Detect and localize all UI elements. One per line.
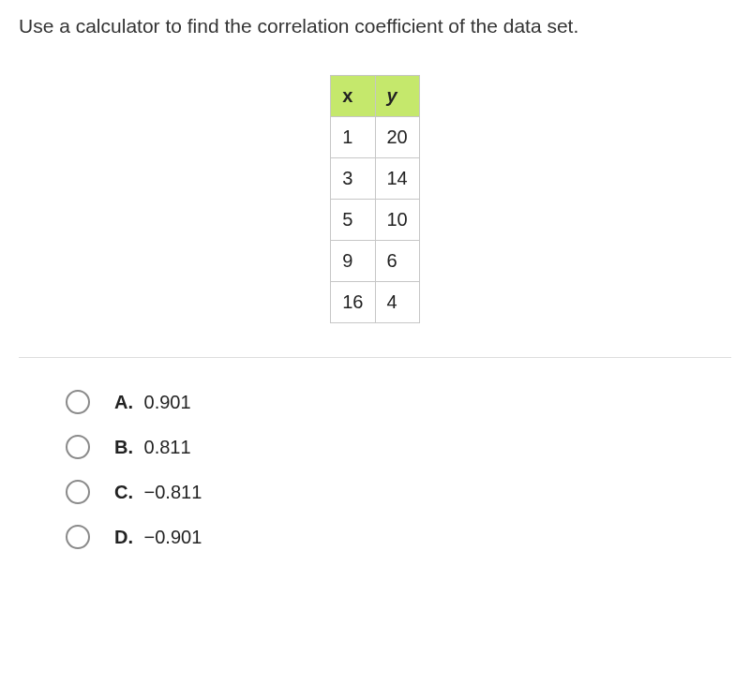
cell-x: 16: [331, 282, 375, 323]
option-label: A. 0.901: [114, 392, 191, 413]
radio-icon: [66, 390, 90, 414]
radio-icon: [66, 525, 90, 549]
table-row: 5 10: [331, 200, 420, 241]
option-letter: D.: [114, 527, 133, 547]
option-b[interactable]: B. 0.811: [66, 435, 731, 459]
data-table-container: x y 1 20 3 14 5 10 9 6 16 4: [19, 75, 731, 323]
cell-y: 6: [375, 241, 419, 282]
cell-x: 1: [331, 117, 375, 158]
col-header-y: y: [375, 76, 419, 117]
separator: [19, 357, 731, 358]
option-d[interactable]: D. −0.901: [66, 525, 731, 549]
option-value: 0.901: [144, 392, 191, 412]
table-row: 16 4: [331, 282, 420, 323]
option-letter: C.: [114, 482, 133, 502]
option-value: 0.811: [144, 437, 191, 457]
option-label: C. −0.811: [114, 482, 202, 503]
table-row: 3 14: [331, 158, 420, 200]
cell-x: 9: [331, 241, 375, 282]
radio-icon: [66, 435, 90, 459]
table-row: 1 20: [331, 117, 420, 158]
data-table: x y 1 20 3 14 5 10 9 6 16 4: [330, 75, 420, 323]
table-row: 9 6: [331, 241, 420, 282]
option-label: D. −0.901: [114, 527, 202, 548]
option-letter: A.: [114, 392, 133, 412]
cell-y: 14: [375, 158, 419, 200]
cell-y: 20: [375, 117, 419, 158]
option-c[interactable]: C. −0.811: [66, 480, 731, 504]
col-header-x: x: [331, 76, 375, 117]
cell-y: 4: [375, 282, 419, 323]
answer-options: A. 0.901 B. 0.811 C. −0.811 D. −0.901: [19, 390, 731, 549]
option-value: −0.811: [144, 482, 202, 502]
cell-y: 10: [375, 200, 419, 241]
radio-icon: [66, 480, 90, 504]
option-label: B. 0.811: [114, 437, 191, 458]
option-letter: B.: [114, 437, 133, 457]
option-a[interactable]: A. 0.901: [66, 390, 731, 414]
cell-x: 3: [331, 158, 375, 200]
question-text: Use a calculator to find the correlation…: [19, 15, 731, 37]
option-value: −0.901: [144, 527, 202, 547]
cell-x: 5: [331, 200, 375, 241]
